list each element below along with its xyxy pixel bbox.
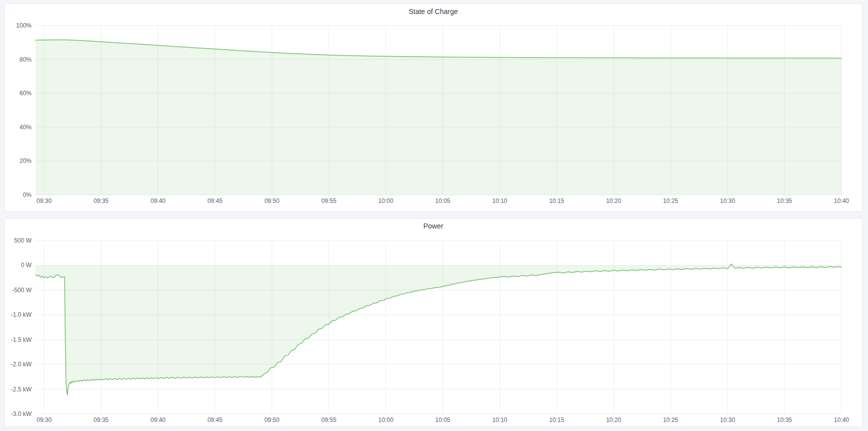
svg-text:20%: 20%: [20, 157, 32, 164]
svg-text:09:35: 09:35: [94, 416, 109, 423]
svg-text:09:55: 09:55: [322, 416, 337, 423]
svg-text:-1.5 kW: -1.5 kW: [11, 336, 32, 343]
svg-text:10:40: 10:40: [834, 197, 849, 204]
svg-text:-3.0 kW: -3.0 kW: [11, 410, 32, 417]
svg-text:80%: 80%: [20, 56, 32, 63]
svg-text:0%: 0%: [23, 191, 32, 198]
svg-text:09:50: 09:50: [264, 197, 279, 204]
panel-power: Power 500 W0 W-500 W-1.0 kW-1.5 kW-2.0 k…: [4, 218, 862, 427]
power-chart[interactable]: 500 W0 W-500 W-1.0 kW-1.5 kW-2.0 kW-2.5 …: [5, 233, 862, 425]
svg-text:40%: 40%: [20, 124, 32, 131]
svg-text:-2.0 kW: -2.0 kW: [11, 361, 32, 368]
svg-text:09:40: 09:40: [150, 197, 165, 204]
svg-text:09:55: 09:55: [322, 197, 337, 204]
svg-text:-1.0 kW: -1.0 kW: [11, 311, 32, 318]
svg-text:09:35: 09:35: [94, 197, 109, 204]
svg-text:10:10: 10:10: [492, 416, 507, 423]
svg-text:100%: 100%: [16, 22, 32, 29]
svg-text:-500 W: -500 W: [12, 287, 32, 294]
svg-text:10:00: 10:00: [378, 416, 393, 423]
svg-text:10:30: 10:30: [720, 197, 735, 204]
svg-text:10:40: 10:40: [834, 416, 849, 423]
svg-text:10:25: 10:25: [663, 197, 678, 204]
svg-text:0 W: 0 W: [21, 262, 32, 269]
svg-text:10:15: 10:15: [549, 416, 564, 423]
svg-text:09:50: 09:50: [264, 416, 279, 423]
svg-text:09:45: 09:45: [207, 197, 222, 204]
svg-text:10:35: 10:35: [777, 197, 792, 204]
svg-text:09:30: 09:30: [37, 416, 52, 423]
svg-text:10:25: 10:25: [663, 416, 678, 423]
svg-text:10:10: 10:10: [492, 197, 507, 204]
panel-state-of-charge: State of Charge 100%80%60%40%20%0%09:300…: [4, 4, 862, 212]
svg-text:10:20: 10:20: [606, 197, 621, 204]
svg-text:10:20: 10:20: [606, 416, 621, 423]
svg-text:10:15: 10:15: [549, 197, 564, 204]
svg-text:10:05: 10:05: [435, 197, 450, 204]
svg-text:60%: 60%: [20, 90, 32, 97]
dashboard: State of Charge 100%80%60%40%20%0%09:300…: [0, 0, 868, 431]
svg-text:-2.5 kW: -2.5 kW: [11, 386, 32, 393]
svg-text:09:30: 09:30: [37, 197, 52, 204]
svg-text:500 W: 500 W: [14, 237, 32, 244]
svg-text:10:00: 10:00: [378, 197, 393, 204]
svg-text:10:05: 10:05: [435, 416, 450, 423]
svg-text:09:40: 09:40: [150, 416, 165, 423]
svg-text:09:45: 09:45: [207, 416, 222, 423]
panel-title-power[interactable]: Power: [5, 219, 862, 233]
svg-text:10:35: 10:35: [777, 416, 792, 423]
state-of-charge-chart[interactable]: 100%80%60%40%20%0%09:3009:3509:4009:4509…: [5, 18, 862, 210]
svg-text:10:30: 10:30: [720, 416, 735, 423]
panel-title-state-of-charge[interactable]: State of Charge: [5, 4, 862, 18]
